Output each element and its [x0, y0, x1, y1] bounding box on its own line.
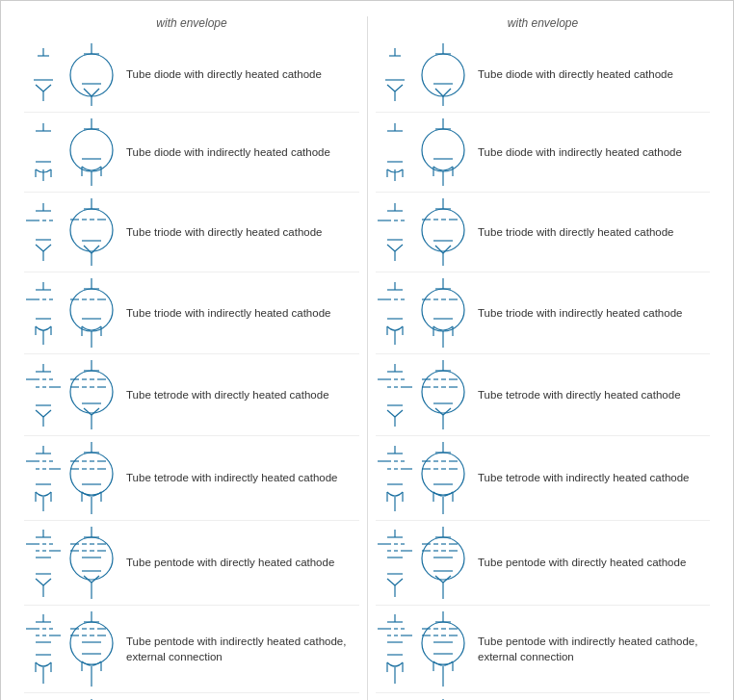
svg-line-224 — [387, 85, 395, 91]
schematic-symbol-small — [376, 614, 414, 684]
svg-line-225 — [395, 85, 403, 91]
svg-point-278 — [422, 289, 464, 331]
list-item: Tube tetrode with directly heated cathod… — [24, 354, 359, 436]
list-item: Tube pentode with indirectly heated cath… — [24, 606, 359, 693]
schematic-symbol-small — [24, 446, 63, 511]
list-item: Tube pentode with indirectly heated cath… — [376, 693, 710, 700]
schematic-symbol-small — [24, 282, 63, 345]
list-item: Tube pentode with indirectly heated cath… — [376, 606, 710, 693]
svg-point-257 — [422, 209, 464, 251]
list-item: Tube tetrode with indirectly heated cath… — [24, 436, 359, 521]
svg-line-265 — [435, 246, 443, 253]
svg-line-80 — [43, 410, 51, 417]
schematic-symbol-small — [376, 282, 414, 345]
svg-line-79 — [36, 410, 43, 417]
list-item: Tube triode with directly heated cathode — [24, 193, 359, 272]
list-item: Tube diode with indirectly heated cathod… — [24, 113, 359, 193]
svg-line-138 — [36, 579, 43, 585]
item-label: Tube diode with indirectly heated cathod… — [120, 144, 359, 160]
schematic-symbol-envelope — [414, 527, 472, 599]
list-item: Tube triode with directly heated cathode — [376, 193, 710, 272]
svg-line-254 — [387, 245, 395, 251]
schematic-symbol-small — [24, 203, 63, 261]
item-label: Tube tetrode with indirectly heated cath… — [472, 470, 710, 485]
item-label: Tube pentode with indirectly heated cath… — [120, 634, 359, 664]
right-column-header: with envelope — [376, 16, 710, 30]
svg-line-44 — [84, 246, 92, 253]
svg-line-266 — [443, 246, 451, 253]
item-label: Tube diode with directly heated cathode — [472, 66, 710, 82]
left-column: with envelope — [16, 16, 367, 700]
schematic-symbol-small — [24, 123, 63, 181]
svg-point-82 — [70, 371, 113, 413]
main-page: with envelope — [0, 0, 734, 700]
svg-point-6 — [70, 54, 113, 96]
schematic-symbol-small — [376, 446, 414, 511]
svg-line-301 — [395, 410, 403, 417]
schematic-symbol-small — [376, 530, 414, 597]
list-item: Tube pentode with indirectly heated cath… — [24, 693, 359, 700]
item-label: Tube triode with directly heated cathode — [120, 224, 359, 240]
schematic-symbol-envelope — [414, 442, 472, 514]
svg-line-45 — [92, 246, 99, 253]
svg-line-33 — [36, 245, 43, 251]
schematic-symbol-envelope — [63, 611, 120, 687]
item-label: Tube tetrode with directly heated cathod… — [120, 387, 359, 402]
right-column: with envelope — [367, 16, 718, 700]
svg-point-57 — [70, 289, 113, 331]
svg-line-34 — [43, 245, 51, 251]
list-item: Tube diode with indirectly heated cathod… — [376, 113, 710, 193]
schematic-symbol-envelope — [414, 118, 472, 186]
svg-point-111 — [70, 453, 113, 495]
schematic-symbol-envelope — [63, 278, 120, 348]
schematic-symbol-small — [24, 48, 63, 101]
schematic-symbol-small — [24, 364, 63, 427]
item-label: Tube pentode with directly heated cathod… — [472, 555, 710, 570]
schematic-symbol-small — [376, 48, 414, 101]
schematic-symbol-envelope — [414, 278, 472, 348]
schematic-symbol-envelope — [63, 198, 120, 266]
schematic-symbol-envelope — [414, 611, 472, 687]
list-item: Tube diode with directly heated cathode — [376, 38, 710, 113]
schematic-symbol-envelope — [63, 118, 120, 186]
svg-line-359 — [387, 579, 395, 585]
schematic-symbol-envelope — [414, 360, 472, 429]
list-item: Tube diode with directly heated cathode — [24, 38, 359, 113]
schematic-symbol-small — [376, 203, 414, 261]
svg-point-240 — [422, 129, 464, 171]
item-label: Tube diode with indirectly heated cathod… — [472, 144, 710, 160]
svg-line-360 — [395, 579, 403, 585]
svg-point-332 — [422, 453, 464, 495]
list-item: Tube pentode with directly heated cathod… — [24, 521, 359, 606]
svg-point-303 — [422, 371, 464, 413]
list-item: Tube pentode with directly heated cathod… — [376, 521, 710, 606]
left-column-header: with envelope — [24, 16, 359, 30]
item-label: Tube diode with directly heated cathode — [120, 66, 359, 82]
svg-line-139 — [43, 579, 51, 585]
item-label: Tube triode with indirectly heated catho… — [472, 305, 710, 321]
schematic-symbol-envelope — [414, 198, 472, 266]
svg-line-4 — [43, 85, 51, 91]
symbol-grid: with envelope — [16, 16, 718, 700]
svg-line-3 — [36, 85, 43, 91]
list-item: Tube triode with indirectly heated catho… — [24, 272, 359, 354]
schematic-symbol-small — [24, 614, 63, 684]
list-item: Tube tetrode with indirectly heated cath… — [376, 436, 710, 521]
svg-point-19 — [70, 129, 113, 171]
item-label: Tube pentode with directly heated cathod… — [120, 555, 359, 570]
schematic-symbol-envelope — [63, 527, 120, 599]
item-label: Tube triode with indirectly heated catho… — [120, 305, 359, 321]
list-item: Tube tetrode with directly heated cathod… — [376, 354, 710, 436]
svg-line-255 — [395, 245, 403, 251]
list-item: Tube triode with indirectly heated catho… — [376, 272, 710, 354]
schematic-symbol-small — [376, 123, 414, 181]
svg-line-300 — [387, 410, 395, 417]
schematic-symbol-envelope — [63, 442, 120, 514]
item-label: Tube pentode with indirectly heated cath… — [472, 634, 710, 664]
item-label: Tube tetrode with indirectly heated cath… — [120, 470, 359, 485]
schematic-symbol-small — [24, 530, 63, 597]
schematic-symbol-envelope — [63, 43, 120, 106]
svg-point-36 — [70, 209, 113, 251]
schematic-symbol-envelope — [414, 43, 472, 106]
schematic-symbol-small — [376, 364, 414, 427]
